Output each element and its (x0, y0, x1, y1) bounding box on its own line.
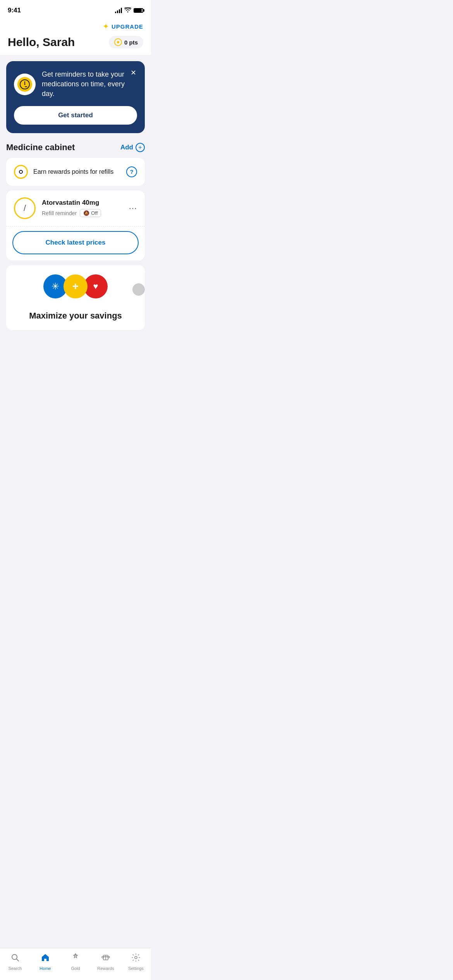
add-button[interactable]: Add + (120, 143, 145, 152)
rewards-left: Earn rewards points for refills (14, 165, 113, 179)
add-circle-icon: + (136, 143, 145, 152)
rewards-text: Earn rewards points for refills (33, 168, 113, 175)
walmart-spark-icon: ✳ (51, 281, 59, 292)
bell-off-icon: 🔕 (83, 210, 89, 216)
upgrade-star-icon: ✦ (103, 22, 109, 31)
top-header: ✦ UPGRADE Hello, Sarah 0 pts (0, 19, 151, 55)
help-icon[interactable]: ? (126, 166, 137, 177)
upgrade-row[interactable]: ✦ UPGRADE (8, 22, 143, 31)
plus-icon: + (72, 280, 79, 293)
medicine-name: Atorvastatin 40mg (42, 199, 123, 207)
status-bar: 9:41 (0, 0, 151, 19)
savings-section: ✳ + ♥ Maximize your savings (6, 265, 145, 330)
main-content: ✕ Get reminders to take your medications… (0, 55, 151, 369)
close-button[interactable]: ✕ (128, 67, 139, 78)
heart-icon: ♥ (93, 281, 98, 291)
refill-label: Refill reminder (42, 210, 77, 216)
medicine-info: Atorvastatin 40mg Refill reminder 🔕 Off (42, 199, 123, 217)
reminder-content: Get reminders to take your medications o… (14, 70, 137, 99)
section-title: Medicine cabinet (6, 142, 75, 152)
more-options-button[interactable]: ··· (129, 203, 137, 213)
savings-title: Maximize your savings (14, 311, 137, 321)
points-value: 0 pts (124, 39, 138, 46)
off-label: Off (91, 210, 98, 216)
rewards-icon (14, 165, 28, 179)
add-label: Add (120, 144, 133, 151)
wifi-icon (124, 7, 131, 14)
medicine-reminder-row: Refill reminder 🔕 Off (42, 209, 123, 217)
greeting-row: Hello, Sarah 0 pts (8, 36, 143, 49)
scroll-indicator (132, 283, 145, 296)
greeting-text: Hello, Sarah (8, 36, 75, 49)
walmart-plus-logo: + (63, 274, 88, 298)
points-icon (114, 38, 122, 46)
points-badge[interactable]: 0 pts (109, 36, 143, 48)
reminder-off-badge[interactable]: 🔕 Off (80, 209, 101, 217)
status-icons (115, 7, 143, 14)
reminder-text: Get reminders to take your medications o… (42, 70, 137, 99)
slash-icon: / (24, 203, 26, 213)
medicine-cabinet-header: Medicine cabinet Add + (6, 142, 145, 152)
status-time: 9:41 (8, 7, 21, 14)
reminder-card: ✕ Get reminders to take your medications… (6, 61, 145, 133)
medicine-card: / Atorvastatin 40mg Refill reminder 🔕 Of… (6, 190, 145, 260)
signal-icon (115, 8, 122, 13)
get-started-button[interactable]: Get started (14, 106, 137, 125)
battery-icon (134, 8, 143, 13)
partner-logos: ✳ + ♥ (43, 274, 108, 298)
medicine-icon: / (14, 197, 36, 219)
medicine-item: / Atorvastatin 40mg Refill reminder 🔕 Of… (6, 190, 145, 226)
check-prices-button[interactable]: Check latest prices (12, 231, 139, 254)
clock-icon (14, 74, 36, 95)
rewards-card[interactable]: Earn rewards points for refills ? (6, 158, 145, 186)
upgrade-label[interactable]: UPGRADE (112, 23, 143, 30)
